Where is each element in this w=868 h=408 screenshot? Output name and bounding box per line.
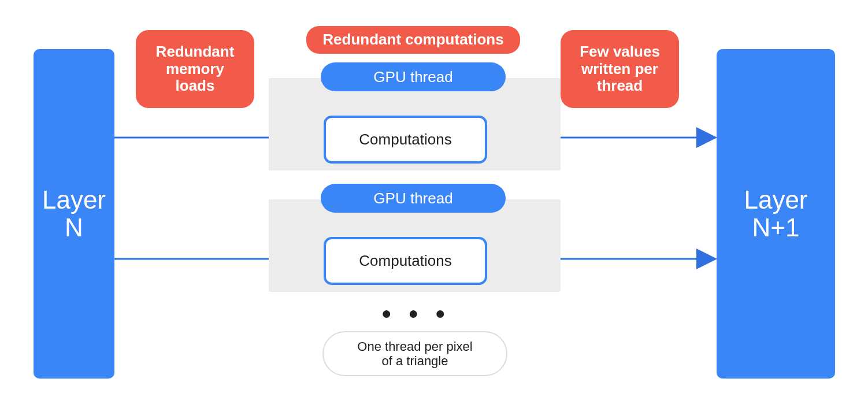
callout-few-values: Few values written per thread [561,30,679,108]
gpu-thread-pill-2: GPU thread [321,184,506,213]
ellipsis-text: ● ● ● [381,303,451,322]
layer-n-box: Layer N [34,49,114,379]
callout-redundant-comp: Redundant computations [306,26,520,54]
computations-box-1: Computations [324,116,487,164]
callout-redundant-comp-text: Redundant computations [322,31,503,49]
footer-pill-text: One thread per pixel of a triangle [357,339,472,369]
gpu-thread-pill-2-text: GPU thread [373,190,452,207]
callout-few-values-text: Few values written per thread [580,43,660,95]
gpu-thread-pill-1: GPU thread [321,62,506,91]
layer-n1-box: Layer N+1 [717,49,835,379]
ellipsis-dots: ● ● ● [379,303,454,323]
callout-memory-loads: Redundant memory loads [136,30,254,108]
footer-pill: One thread per pixel of a triangle [322,331,507,376]
computations-box-1-text: Computations [359,131,451,149]
gpu-thread-pill-1-text: GPU thread [373,68,452,86]
layer-n-label: Layer N [42,186,106,242]
computations-box-2: Computations [324,237,487,285]
layer-n1-label: Layer N+1 [744,186,807,242]
callout-memory-loads-text: Redundant memory loads [156,43,235,95]
computations-box-2-text: Computations [359,252,451,270]
